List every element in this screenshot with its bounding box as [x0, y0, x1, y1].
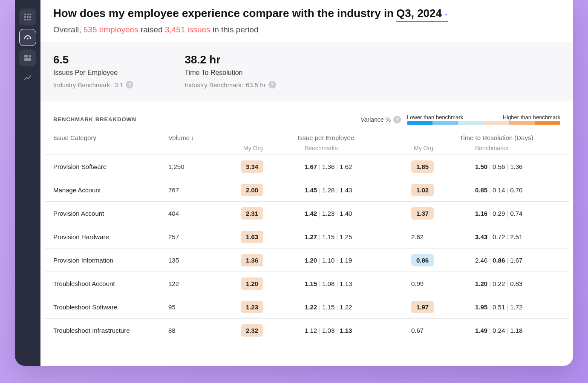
layout-icon	[24, 54, 32, 62]
table-row[interactable]: Provision Information1351.361.20|1.10|1.…	[45, 248, 569, 272]
ttr-myorg-pill: 0.67	[411, 324, 424, 337]
metric-label: Time To Resolution	[184, 69, 276, 77]
subcol-benchmarks: Benchmarks	[305, 145, 411, 151]
ipe-myorg-pill: 2.31	[241, 207, 263, 220]
metric-issues-per-employee: 6.5 Issues Per Employee Industry Benchma…	[53, 53, 133, 89]
ipe-myorg-pill: 3.34	[241, 160, 263, 173]
benchmark-values: 1.42|1.23|1.40	[305, 210, 352, 217]
benchmark-values: 1.50|0.56|1.36	[475, 163, 522, 170]
period-selector[interactable]: Q3, 2024 ⌄	[396, 7, 448, 22]
benchmark-values: 3.43|0.72|2.51	[475, 233, 522, 240]
col-group-ttr: Time to Resolution (Days)	[411, 134, 573, 141]
grid-icon	[24, 13, 32, 21]
category-cell: Manage Account	[53, 186, 168, 194]
metrics-band: 6.5 Issues Per Employee Industry Benchma…	[40, 42, 573, 101]
period-value: Q3, 2024	[396, 7, 442, 20]
ttr-myorg-pill: 1.97	[411, 301, 434, 313]
ipe-myorg-pill: 2.00	[241, 184, 263, 196]
benchmark-values: 1.45|1.28|1.43	[305, 186, 352, 194]
svg-rect-8	[29, 19, 31, 20]
svg-rect-2	[29, 14, 31, 15]
table-row[interactable]: Manage Account7672.001.45|1.28|1.431.020…	[45, 178, 569, 201]
category-cell: Provision Software	[53, 163, 168, 170]
subcol-myorg: My Org	[411, 145, 475, 151]
benchmark-values: 1.20|0.22|0.83	[475, 280, 522, 287]
ipe-myorg-pill: 2.32	[241, 324, 263, 337]
legend-gradient-bar	[407, 121, 560, 125]
benchmark-values: 1.12|1.03|1.13	[305, 327, 352, 334]
subtitle: Overall, 535 employees raised 3,451 issu…	[53, 25, 560, 34]
help-icon[interactable]: ?	[126, 81, 133, 89]
help-icon[interactable]: ?	[393, 116, 401, 123]
ttr-myorg-pill: 0.99	[411, 277, 424, 290]
volume-cell: 135	[168, 257, 241, 264]
employee-count: 535 employees	[84, 25, 138, 34]
volume-cell: 767	[168, 186, 241, 194]
legend-higher: Higher than benchmark	[503, 114, 560, 120]
svg-rect-0	[24, 14, 26, 15]
benchmark-values: 0.85|0.14|0.70	[475, 186, 522, 194]
col-category[interactable]: Issue Category	[53, 134, 168, 141]
app-frame: How does my employee experience compare …	[15, 0, 573, 366]
metric-value: 6.5	[53, 53, 133, 66]
ipe-myorg-pill: 1.20	[241, 277, 263, 290]
metric-time-to-resolution: 38.2 hr Time To Resolution Industry Benc…	[184, 53, 276, 89]
table-row[interactable]: Troubleshoot Software951.231.22|1.15|1.2…	[45, 295, 569, 318]
category-cell: Troubleshoot Software	[53, 303, 168, 311]
svg-rect-10	[24, 55, 28, 57]
ipe-myorg-pill: 1.63	[241, 231, 263, 243]
benchmark-values: 1.27|1.15|1.25	[305, 233, 352, 240]
issue-count: 3,451 issues	[165, 25, 210, 34]
svg-rect-5	[29, 16, 31, 18]
chevron-down-icon: ⌄	[444, 11, 448, 17]
sidebar-item-layout[interactable]	[19, 49, 36, 66]
ipe-myorg-pill: 1.23	[241, 301, 263, 313]
volume-cell: 257	[168, 233, 241, 240]
svg-rect-12	[24, 58, 31, 61]
sidebar-item-grid[interactable]	[19, 9, 36, 26]
table-row[interactable]: Troubleshoot Account1221.201.15|1.08|1.1…	[45, 272, 569, 295]
volume-cell: 1,250	[168, 163, 241, 170]
subcol-benchmarks: Benchmarks	[475, 145, 573, 151]
table-row[interactable]: Provision Account4042.311.42|1.23|1.401.…	[45, 201, 569, 225]
benchmark-values: 1.67|1.36|1.62	[305, 163, 352, 170]
subcol-myorg: My Org	[241, 145, 305, 151]
ttr-myorg-pill: 1.85	[411, 160, 434, 173]
volume-cell: 122	[168, 280, 241, 287]
metric-benchmark: Industry Benchmark:63.5 hr ?	[184, 81, 276, 89]
svg-rect-11	[29, 55, 31, 57]
benchmark-table: Issue Category Volume↓ Issue per Employe…	[40, 131, 573, 342]
ipe-myorg-pill: 1.36	[241, 254, 263, 266]
svg-rect-3	[24, 16, 26, 18]
legend-lower: Lower than benchmark	[407, 114, 463, 120]
category-cell: Provision Hardware	[53, 233, 168, 240]
svg-rect-7	[27, 19, 29, 20]
breakdown-header: BENCHMARK BREAKDOWN Variance % ? Lower t…	[40, 101, 573, 131]
category-cell: Provision Account	[53, 210, 168, 217]
benchmark-values: 2.46|0.86|1.67	[475, 257, 522, 264]
trend-icon	[24, 74, 32, 82]
metric-label: Issues Per Employee	[53, 69, 133, 77]
ttr-myorg-pill: 1.02	[411, 184, 434, 196]
col-volume[interactable]: Volume↓	[168, 134, 241, 141]
category-cell: Provision Information	[53, 257, 168, 264]
table-subheader-row: My Org Benchmarks My Org Benchmarks	[45, 144, 569, 154]
benchmark-values: 1.95|0.51|1.72	[475, 303, 522, 311]
benchmark-values: 1.16|0.29|0.74	[475, 210, 522, 217]
ttr-myorg-pill: 2.62	[411, 231, 424, 243]
volume-cell: 95	[168, 303, 241, 311]
table-row[interactable]: Troubleshoot Infrastructure882.321.12|1.…	[45, 318, 569, 342]
category-cell: Troubleshoot Account	[53, 280, 168, 287]
left-sidebar	[15, 0, 40, 366]
table-row[interactable]: Provision Software1,2503.341.67|1.36|1.6…	[45, 154, 569, 178]
volume-cell: 404	[168, 210, 241, 217]
benchmark-values: 1.49|0.24|1.18	[475, 327, 522, 334]
sidebar-item-trends[interactable]	[19, 70, 36, 87]
sidebar-item-dashboard[interactable]	[19, 29, 36, 46]
volume-cell: 88	[168, 327, 241, 334]
table-row[interactable]: Provision Hardware2571.631.27|1.15|1.252…	[45, 225, 569, 248]
help-icon[interactable]: ?	[268, 81, 276, 89]
benchmark-values: 1.20|1.10|1.19	[305, 257, 352, 264]
gauge-icon	[23, 33, 32, 42]
ttr-myorg-pill: 0.86	[411, 254, 434, 266]
